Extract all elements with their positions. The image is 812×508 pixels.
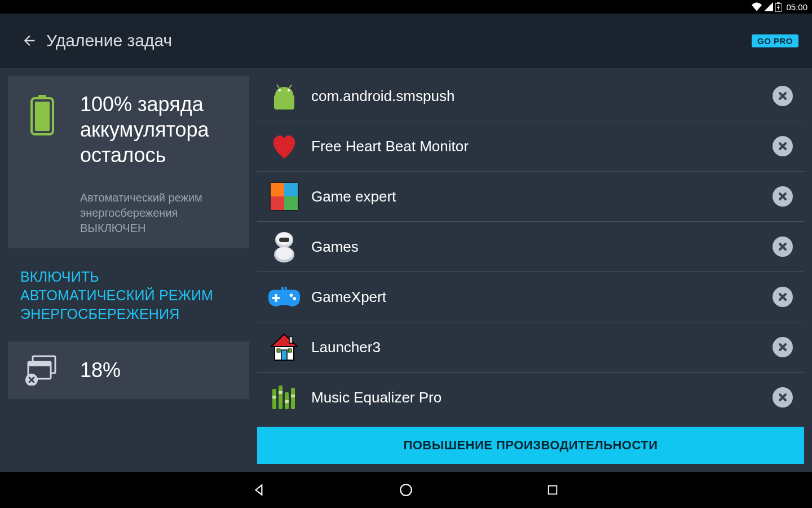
svg-rect-30 (288, 349, 292, 352)
task-row[interactable]: Free Heart Beat Monitor (257, 121, 804, 172)
svg-marker-27 (271, 334, 297, 347)
status-bar: 05:00 (0, 0, 812, 14)
task-name: GameXpert (311, 288, 761, 306)
task-row[interactable]: Music Equalizer Pro (257, 373, 804, 421)
content-area: 100% заряда аккумулятора осталось Автома… (0, 68, 812, 472)
battery-percent: 100% заряда аккумулятора осталось (80, 91, 237, 168)
svg-rect-9 (274, 95, 294, 110)
go-pro-button[interactable]: GO PRO (752, 34, 798, 47)
task-row[interactable]: Launcher3 (257, 322, 804, 373)
equalizer-icon (268, 382, 300, 413)
boost-button[interactable]: ПОВЫШЕНИЕ ПРОИЗВОДИТЕЛЬНОСТИ (257, 427, 804, 464)
svg-rect-33 (279, 386, 283, 409)
svg-line-12 (277, 85, 279, 88)
storage-icon (20, 355, 64, 386)
house-icon (268, 331, 300, 363)
status-time: 05:00 (786, 2, 807, 12)
sidebar: 100% заряда аккумулятора осталось Автома… (8, 76, 249, 464)
battery-auto-status: Автоматический режим энергосбережения ВЫ… (80, 190, 237, 236)
task-list: com.android.smspush Free Heart Beat Moni… (257, 76, 804, 421)
close-task-button[interactable] (773, 237, 793, 257)
app-bar: Удаление задач GO PRO (0, 14, 812, 68)
cell-signal-icon (764, 2, 773, 11)
enable-auto-saving-button[interactable]: ВКЛЮЧИТЬ АВТОМАТИЧЕСКИЙ РЕЖИМ ЭНЕРГОСБЕР… (8, 256, 249, 334)
close-task-button[interactable] (773, 186, 793, 207)
task-name: Games (311, 238, 761, 256)
svg-rect-21 (272, 297, 280, 299)
svg-rect-39 (291, 395, 295, 397)
svg-line-13 (289, 85, 292, 88)
robot-icon (268, 231, 300, 262)
android-icon (268, 80, 300, 112)
heart-icon (268, 130, 300, 162)
svg-rect-36 (272, 396, 276, 398)
device-frame: 05:00 Удаление задач GO PRO (0, 0, 812, 508)
svg-point-40 (400, 484, 412, 496)
svg-rect-38 (285, 400, 289, 403)
task-name: com.android.smspush (311, 87, 761, 105)
svg-point-22 (290, 294, 293, 297)
task-row[interactable]: Game expert (257, 172, 804, 222)
nav-back-button[interactable] (248, 479, 271, 501)
svg-rect-25 (285, 287, 287, 291)
svg-rect-7 (28, 362, 51, 366)
battery-charging-icon (775, 2, 782, 12)
svg-rect-37 (279, 391, 283, 394)
svg-rect-28 (281, 350, 287, 360)
svg-rect-32 (272, 389, 276, 409)
wifi-icon (752, 2, 762, 11)
nav-recents-button[interactable] (541, 479, 564, 501)
svg-point-11 (288, 89, 290, 91)
task-name: Music Equalizer Pro (311, 389, 761, 406)
svg-rect-31 (289, 336, 293, 343)
task-row[interactable]: com.android.smspush (257, 76, 804, 121)
close-task-button[interactable] (773, 337, 793, 357)
svg-point-23 (293, 297, 296, 300)
svg-rect-17 (279, 238, 289, 242)
task-name: Launcher3 (311, 339, 761, 356)
svg-point-10 (279, 89, 281, 91)
svg-rect-29 (277, 349, 280, 352)
page-title: Удаление задач (46, 31, 752, 50)
close-task-button[interactable] (773, 387, 793, 408)
close-task-button[interactable] (773, 136, 793, 156)
task-row[interactable]: Games (257, 222, 804, 272)
gamepad-icon (268, 281, 300, 313)
svg-point-19 (276, 247, 293, 260)
task-name: Game expert (311, 188, 761, 205)
close-task-button[interactable] (773, 86, 793, 106)
svg-rect-35 (291, 388, 295, 409)
battery-card[interactable]: 100% заряда аккумулятора осталось Автома… (8, 76, 249, 248)
back-button[interactable] (18, 29, 41, 52)
svg-rect-4 (35, 102, 50, 131)
svg-rect-1 (778, 2, 780, 3)
task-row[interactable]: GameXpert (257, 272, 804, 322)
quad-color-icon (268, 181, 300, 212)
storage-percent: 18% (80, 358, 121, 382)
nav-home-button[interactable] (395, 479, 417, 501)
close-task-button[interactable] (773, 287, 793, 307)
system-nav-bar (0, 472, 812, 508)
battery-icon (20, 91, 64, 236)
task-name: Free Heart Beat Monitor (311, 138, 761, 155)
storage-card[interactable]: 18% (8, 341, 249, 399)
svg-rect-24 (281, 287, 284, 291)
task-panel: com.android.smspush Free Heart Beat Moni… (257, 76, 804, 464)
svg-rect-41 (549, 486, 557, 494)
